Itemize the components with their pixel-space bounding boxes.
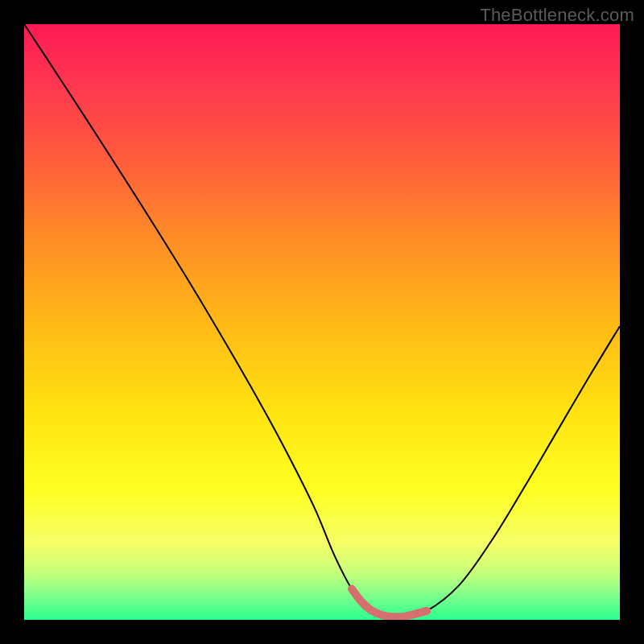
- bottleneck-chart: [24, 24, 620, 620]
- plot-area: [24, 24, 620, 620]
- chart-frame: TheBottleneck.com: [0, 0, 644, 644]
- gradient-background: [24, 24, 620, 620]
- watermark-text: TheBottleneck.com: [480, 5, 634, 26]
